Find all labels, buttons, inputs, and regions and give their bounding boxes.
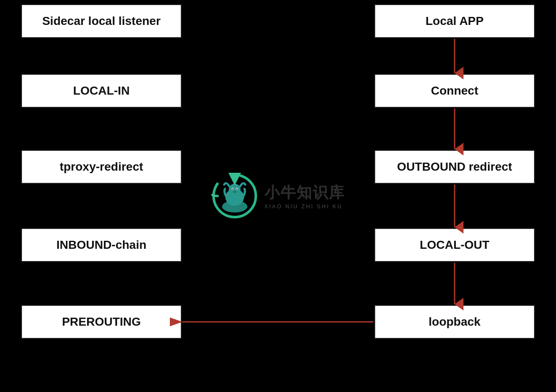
local-app-label: Local APP: [425, 14, 483, 28]
watermark-text: 小牛知识库 XIAO NIU ZHI SHI KU: [264, 182, 345, 210]
box-prerouting: PREROUTING: [21, 305, 182, 339]
box-local-app: Local APP: [374, 4, 535, 38]
box-tproxy-redirect: tproxy-redirect: [21, 150, 182, 184]
loopback-label: loopback: [429, 315, 481, 329]
box-connect: Connect: [374, 74, 535, 108]
local-out-label: LOCAL-OUT: [420, 238, 490, 252]
watermark-pinyin-text: XIAO NIU ZHI SHI KU: [264, 203, 345, 210]
box-sidecar-local-listener: Sidecar local listener: [21, 4, 182, 38]
watermark-logo-icon: [212, 173, 258, 219]
box-local-out: LOCAL-OUT: [374, 228, 535, 262]
outbound-label: OUTBOUND redirect: [397, 160, 512, 174]
svg-point-5: [229, 184, 241, 196]
watermark-chinese-text: 小牛知识库: [264, 182, 345, 203]
sidecar-label: Sidecar local listener: [42, 14, 161, 28]
svg-point-10: [233, 191, 237, 193]
diagram: Sidecar local listener LOCAL-IN tproxy-r…: [0, 0, 556, 392]
prerouting-label: PREROUTING: [62, 315, 141, 329]
svg-point-9: [236, 188, 237, 189]
inbound-label: INBOUND-chain: [56, 238, 146, 252]
local-in-label: LOCAL-IN: [73, 84, 130, 98]
svg-point-8: [232, 188, 233, 189]
box-loopback: loopback: [374, 305, 535, 339]
box-inbound-chain: INBOUND-chain: [21, 228, 182, 262]
connect-label: Connect: [431, 84, 478, 98]
box-outbound-redirect: OUTBOUND redirect: [374, 150, 535, 184]
tproxy-label: tproxy-redirect: [60, 160, 143, 174]
box-local-in: LOCAL-IN: [21, 74, 182, 108]
watermark: 小牛知识库 XIAO NIU ZHI SHI KU: [212, 173, 345, 219]
